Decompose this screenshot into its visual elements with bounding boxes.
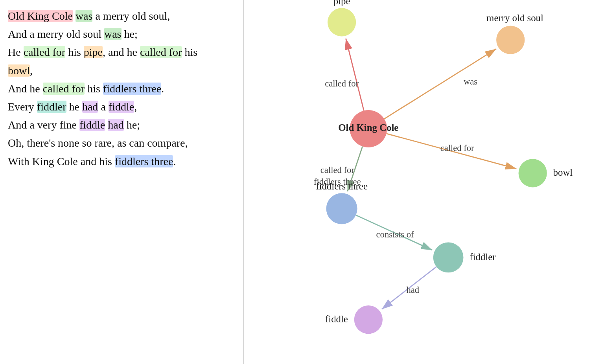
node-label: fiddle [325,314,348,324]
graph-node [326,193,357,224]
highlighted-word: called for [140,46,182,58]
poem-panel: Old King Cole was a merry old soul,And a… [0,0,244,364]
graph-node [519,159,547,187]
highlighted-word: fiddle [109,101,134,113]
plain-text: his [182,46,197,58]
plain-text: , and he [103,46,140,58]
plain-text: he; [124,119,140,131]
node-label: Old King Cole [338,122,398,133]
plain-text: Oh, there's none so rare, as can compare… [8,137,188,149]
plain-text: his [85,83,103,95]
poem-line-2: And a merry old soul was he; [8,25,236,43]
plain-text: he; [122,28,138,40]
edge-label: called for [440,143,474,153]
edge-label: consists of [376,230,414,239]
poem-line-7: And a very fine fiddle had he; [8,116,236,134]
highlighted-word: was [76,10,93,22]
highlighted-word: fiddler [37,101,66,113]
highlighted-word: bowl [8,64,30,77]
poem-line-1: Old King Cole was a merry old soul, [8,7,236,25]
plain-text: . [173,155,176,167]
plain-text: his [65,46,84,58]
plain-text: He [8,46,24,58]
node-label: fiddler [470,252,496,262]
highlighted-word: Old King Cole [8,10,73,22]
edge-label: was [464,77,477,86]
node-label: bowl [553,167,573,178]
plain-text: , [134,101,137,113]
edge-label: had [406,285,419,295]
node-label: merry old soul [486,13,543,23]
highlighted-word: called for [43,83,85,95]
graph-node [433,243,464,273]
plain-text: And he [8,83,43,95]
plain-text: a [98,101,108,113]
graph-edge [346,39,364,110]
edge-label: called for [320,165,354,175]
highlighted-word: called for [24,46,66,58]
graph-panel: called forwascalled forcalled forfiddler… [244,0,604,364]
highlighted-word: had [82,101,98,113]
plain-text: . [161,83,164,95]
plain-text: he [66,101,82,113]
plain-text: a merry old soul, [92,10,170,22]
node-label: pipe [333,0,350,6]
graph-node [328,8,356,36]
graph-node [354,305,383,334]
plain-text [73,10,76,22]
highlighted-word: fiddle [79,119,105,131]
graph-edge [384,49,496,119]
plain-text: And a very fine [8,119,79,131]
poem-line-8: Oh, there's none so rare, as can compare… [8,134,236,152]
plain-text: And a merry old soul [8,28,104,40]
plain-text: With King Cole and his [8,155,115,167]
poem-line-5: And he called for his fiddlers three. [8,80,236,98]
highlighted-word: pipe [84,46,103,58]
edge-label: called for [325,79,359,88]
node-label: fiddlers three [316,181,368,191]
poem-line-9: With King Cole and his fiddlers three. [8,153,236,171]
graph-node [496,26,525,54]
poem-line-3: He called for his pipe, and he called fo… [8,43,236,61]
poem-line-4: bowl, [8,62,236,80]
highlighted-word: had [108,119,123,131]
plain-text: Every [8,101,37,113]
plain-text: , [30,64,33,77]
poem-line-6: Every fiddler he had a fiddle, [8,98,236,116]
highlighted-word: was [104,28,122,40]
highlighted-word: fiddlers three [115,155,173,167]
highlighted-word: fiddlers three [103,83,162,95]
